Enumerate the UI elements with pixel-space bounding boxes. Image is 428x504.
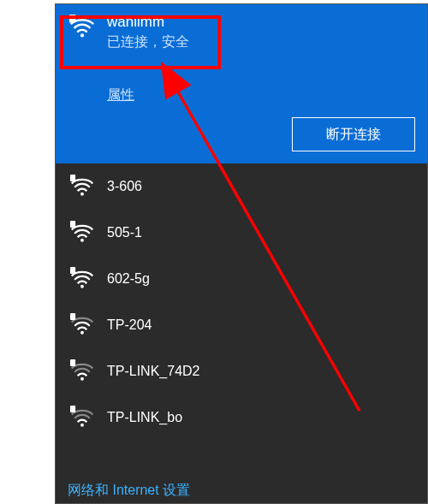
svg-point-3 [80,193,84,196]
network-name: 3-606 [107,179,142,194]
svg-rect-4 [70,175,75,181]
connected-network-name: wanlimm [107,13,189,33]
wifi-secure-icon [68,264,97,294]
svg-rect-14 [70,406,75,412]
network-item[interactable]: TP-LINK_74D2 [56,348,427,394]
network-name: 505-1 [107,225,142,240]
network-name: 602-5g [107,271,150,287]
svg-rect-2 [71,16,74,19]
properties-link[interactable]: 属性 [107,86,134,104]
svg-point-7 [80,285,84,288]
network-name: TP-LINK_bo [107,410,182,425]
network-item[interactable]: 505-1 [56,210,427,256]
connected-network-item[interactable]: wanlimm 已连接，安全 属性 断开连接 [56,4,427,163]
svg-rect-12 [70,359,75,366]
wifi-flyout-panel: wanlimm 已连接，安全 属性 断开连接 3-606 [55,3,428,504]
network-settings-link[interactable]: 网络和 Internet 设置 [68,482,190,500]
network-item[interactable]: TP-LINK_bo [56,394,427,441]
svg-rect-8 [70,267,75,274]
svg-rect-10 [70,313,75,320]
network-item[interactable]: 602-5g [56,256,427,302]
wifi-secure-icon [68,172,97,201]
network-item[interactable]: 3-606 [56,163,427,210]
connected-network-status: 已连接，安全 [107,33,189,51]
disconnect-button[interactable]: 断开连接 [292,117,415,151]
wifi-secure-icon [68,403,97,432]
network-name: TP-LINK_74D2 [107,364,200,379]
wifi-secure-icon [68,218,97,247]
network-item[interactable]: TP-204 [56,302,427,348]
svg-point-0 [80,33,84,37]
svg-point-5 [80,239,84,242]
wifi-secure-icon [68,357,97,386]
wifi-secure-icon [68,311,97,340]
svg-rect-6 [70,221,75,228]
svg-point-11 [80,377,84,381]
svg-point-9 [80,331,84,335]
svg-point-13 [80,424,84,427]
wifi-secure-icon [68,13,97,42]
network-name: TP-204 [107,317,152,333]
